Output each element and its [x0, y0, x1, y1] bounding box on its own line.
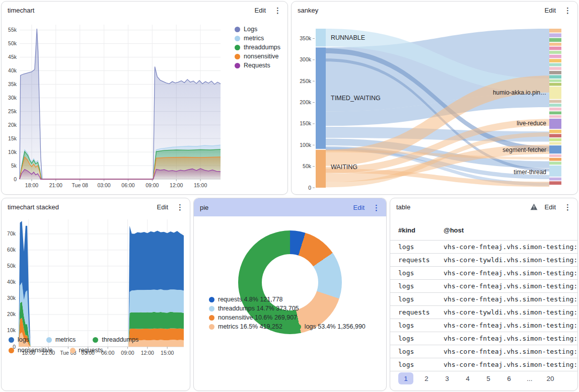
sankey-target-node[interactable] [549, 47, 561, 50]
legend-item-threaddumps[interactable]: threaddumps [93, 336, 138, 343]
cell-host: vhs-core-fnteaj.vhs.simon-testing: [444, 335, 577, 342]
sankey-target-node[interactable] [549, 115, 561, 118]
legend-item-metrics 16.5% 419,252[interactable]: metrics 16.5% 419,252 [209, 323, 282, 330]
sankey-target-node[interactable] [549, 55, 561, 58]
table-row: requestsvhs-core-tywldi.vhs.simon-testin… [390, 253, 577, 266]
svg-text:12:00: 12:00 [170, 182, 183, 188]
sankey-target-node[interactable] [549, 154, 561, 157]
legend-label: requests 4.8% 121,778 [218, 296, 283, 303]
timechart-legend: LogsmetricsthreaddumpsnonsensitiveReques… [235, 26, 280, 69]
legend-item-threaddumps 14.7% 373,705[interactable]: threaddumps 14.7% 373,705 [209, 305, 299, 312]
sankey-target-node[interactable] [549, 145, 561, 153]
panel-timechart-header: timechart Edit ⋮ [2, 2, 287, 19]
warning-icon[interactable] [530, 203, 538, 210]
svg-text:50k: 50k [8, 40, 17, 46]
page-button-20[interactable]: 20 [543, 372, 558, 384]
stacked-body: 010k20k30k40k50k60k70k18:0021:00Tue 0803… [2, 215, 190, 362]
sankey-node-RUNNABLE[interactable] [316, 29, 326, 47]
legend-dot-threaddumps [235, 45, 240, 50]
table-row: logsvhs-core-fnteaj.vhs.simon-testing: [390, 266, 577, 279]
sankey-target-node[interactable] [549, 108, 561, 111]
table-row: logsvhs-core-fnteaj.vhs.simon-testing: [390, 279, 577, 292]
svg-text:50k: 50k [303, 163, 312, 169]
sankey-target-node[interactable] [549, 63, 561, 66]
sankey-target-node[interactable] [549, 111, 561, 114]
sankey-target-node[interactable] [549, 134, 561, 137]
sankey-target-node[interactable] [549, 33, 561, 37]
sankey-target-node[interactable] [549, 100, 561, 103]
edit-button[interactable]: Edit [545, 203, 556, 211]
sankey-target-node[interactable] [549, 138, 561, 141]
edit-button[interactable]: Edit [157, 203, 168, 211]
column-header-kind: #kind [398, 226, 444, 234]
kebab-menu-icon[interactable]: ⋮ [564, 203, 571, 211]
kebab-menu-icon[interactable]: ⋮ [564, 7, 571, 14]
svg-text:300k: 300k [300, 56, 312, 62]
edit-button[interactable]: Edit [353, 204, 365, 211]
legend-item-logs 53.4% 1,356,990[interactable]: logs 53.4% 1,356,990 [296, 323, 366, 330]
kebab-menu-icon[interactable]: ⋮ [373, 204, 380, 211]
sankey-target-node[interactable] [549, 43, 561, 46]
sankey-target-node[interactable] [549, 158, 561, 161]
cell-host: vhs-core-fnteaj.vhs.simon-testing: [444, 295, 577, 303]
legend-item-metrics[interactable]: metrics [235, 35, 280, 42]
page-button-6[interactable]: 6 [501, 372, 517, 384]
table-row: logsvhs-core-fnteaj.vhs.simon-testing: [390, 240, 577, 253]
legend-item-requests 4.8% 121,778[interactable]: requests 4.8% 121,778 [209, 296, 283, 303]
page-button-3[interactable]: 3 [440, 372, 455, 384]
svg-text:25k: 25k [8, 108, 17, 114]
legend-row: nonsensitive 10.6% 269,907 [209, 314, 366, 321]
legend-item-requests[interactable]: requests [70, 347, 103, 354]
sankey-node-WAITING[interactable] [316, 150, 326, 188]
panel-title: pie [200, 204, 353, 211]
cell-kind: logs [398, 243, 444, 251]
sankey-target-node[interactable] [549, 119, 561, 129]
edit-button[interactable]: Edit [545, 7, 556, 14]
legend-item-threaddumps[interactable]: threaddumps [235, 44, 280, 51]
sankey-node-TIMED_WAITING[interactable] [316, 47, 326, 149]
sankey-target-node[interactable] [549, 181, 561, 185]
legend-item-nonsensitive[interactable]: nonsensitive [9, 347, 53, 354]
sankey-target-node[interactable] [549, 38, 561, 42]
page-button-5[interactable]: 5 [481, 372, 496, 384]
sankey-node-label: WAITING [331, 164, 357, 171]
table-row: logsvhs-core-fnteaj.vhs.simon-testing: [390, 332, 577, 345]
sankey-target-node[interactable] [549, 59, 561, 62]
svg-text:09:00: 09:00 [146, 182, 159, 188]
sankey-target-node[interactable] [549, 83, 561, 86]
sankey-target-node[interactable] [549, 75, 561, 79]
svg-text:150k: 150k [300, 120, 312, 126]
kebab-menu-icon[interactable]: ⋮ [176, 203, 184, 211]
sankey-target-node[interactable] [549, 80, 561, 82]
legend-item-metrics[interactable]: metrics [46, 336, 76, 343]
sankey-target-node[interactable] [549, 51, 561, 54]
legend-dot-threaddumps 14.7% 373,705 [209, 306, 214, 311]
sankey-target-node[interactable] [549, 142, 561, 144]
legend-item-nonsensitive 10.6% 269,907[interactable]: nonsensitive 10.6% 269,907 [209, 314, 297, 321]
sankey-target-node[interactable] [549, 71, 561, 74]
sankey-target-node[interactable] [549, 166, 561, 177]
page-button-2[interactable]: 2 [419, 372, 434, 384]
sankey-target-node[interactable] [549, 67, 561, 70]
legend-item-Requests[interactable]: Requests [235, 62, 280, 69]
edit-button[interactable]: Edit [255, 7, 266, 14]
table-row: logsvhs-core-fnteaj.vhs.simon-testing: [390, 292, 577, 305]
svg-text:5k: 5k [11, 163, 17, 169]
page-button-4[interactable]: 4 [460, 372, 475, 384]
sankey-target-node[interactable] [549, 104, 561, 107]
sankey-target-node[interactable] [549, 162, 561, 165]
legend-label: threaddumps [102, 336, 138, 343]
legend-item-nonsensitive[interactable]: nonsensitive [235, 53, 280, 60]
page-button-1[interactable]: 1 [398, 372, 413, 384]
sankey-target-node[interactable] [549, 130, 561, 133]
sankey-target-node[interactable] [549, 29, 561, 33]
legend-dot-logs 53.4% 1,356,990 [296, 324, 301, 330]
legend-item-logs[interactable]: logs [9, 336, 29, 343]
kebab-menu-icon[interactable]: ⋮ [274, 7, 281, 14]
sankey-target-node[interactable] [549, 178, 561, 181]
sankey-target-node[interactable] [549, 87, 561, 99]
pie-body: requests 4.8% 121,778threaddumps 14.7% 3… [194, 230, 386, 334]
legend-dot-metrics [235, 36, 240, 41]
legend-item-Logs[interactable]: Logs [235, 26, 280, 33]
svg-text:10k: 10k [8, 149, 17, 155]
